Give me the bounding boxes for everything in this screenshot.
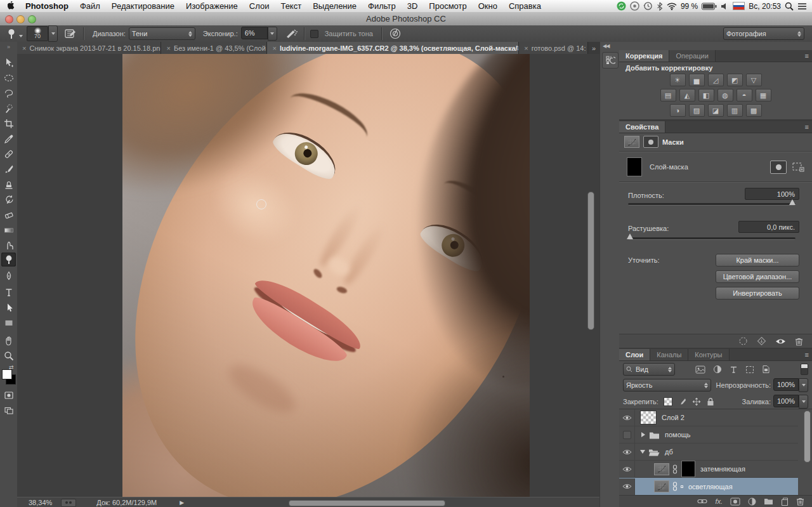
eyedropper-tool[interactable]	[1, 132, 16, 146]
menu-layers[interactable]: Слои	[244, 0, 275, 12]
toolbar-collapse-icon[interactable]: »	[1, 43, 16, 51]
feather-slider[interactable]	[628, 237, 796, 240]
wifi-icon[interactable]	[667, 3, 677, 10]
pixel-mask-icon[interactable]	[643, 136, 658, 148]
filter-toggle-switch[interactable]	[801, 364, 808, 375]
opacity-arrow[interactable]	[799, 378, 808, 392]
new-adjustment-layer-icon[interactable]	[748, 497, 756, 506]
blend-mode-select[interactable]: Яркость	[623, 379, 711, 392]
canvas-area[interactable]	[17, 54, 599, 497]
dodge-tool[interactable]	[1, 253, 16, 267]
layer-row[interactable]: дб	[619, 444, 798, 461]
filter-smart-objects-icon[interactable]	[762, 365, 770, 374]
mask-edge-button[interactable]: Край маски...	[716, 254, 799, 267]
color-lookup-icon[interactable]: ▦	[756, 89, 771, 102]
sync-icon[interactable]	[617, 1, 626, 11]
exposure-value[interactable]: 6%	[241, 27, 268, 39]
visibility-eye-icon[interactable]	[619, 461, 635, 477]
panel-menu-icon[interactable]: ≡	[805, 121, 812, 133]
menu-photoshop[interactable]: Photoshop	[20, 0, 74, 12]
new-group-icon[interactable]	[764, 497, 773, 505]
layer-row[interactable]: помощь	[619, 426, 798, 444]
workspace-select[interactable]: Фотография	[723, 27, 804, 40]
move-tool[interactable]	[1, 56, 16, 70]
tool-preset-picker[interactable]	[4, 27, 19, 40]
visibility-eye-empty[interactable]	[619, 426, 635, 443]
panel-menu-icon[interactable]: ≡	[805, 50, 812, 62]
status-icon[interactable]	[61, 499, 76, 507]
brush-tool[interactable]	[1, 162, 16, 176]
menu-edit[interactable]: Редактирование	[106, 0, 180, 12]
protect-tones-label[interactable]: Защитить тона	[325, 30, 373, 37]
mask-visibility-eye-icon[interactable]	[775, 338, 786, 345]
add-layer-mask-icon[interactable]	[730, 497, 740, 506]
feather-value-box[interactable]: 0,0 пикс.	[738, 221, 799, 233]
shape-tool[interactable]	[1, 316, 16, 330]
mask-link-icon[interactable]	[672, 464, 678, 474]
curves-adjustment-icon[interactable]	[654, 480, 669, 492]
layer-thumbnail[interactable]	[640, 411, 657, 425]
lock-pixels-icon[interactable]	[678, 398, 686, 406]
pen-tool[interactable]	[1, 269, 16, 283]
quick-selection-tool[interactable]	[1, 102, 16, 115]
input-language-flag-ru[interactable]	[733, 2, 745, 10]
document-tab-4[interactable]: × готово.psd @ 14:	[519, 42, 588, 54]
document-tab-3-active[interactable]: × ludivine-morgane-IMG_6357.CR2 @ 38,3% …	[267, 42, 519, 54]
toggle-brush-panel-icon[interactable]	[63, 27, 78, 40]
zoom-level-field[interactable]: 38,34%	[29, 499, 52, 506]
battery-icon[interactable]	[702, 3, 717, 10]
vertical-scrollbar-thumb[interactable]	[587, 192, 594, 330]
protect-tones-checkbox[interactable]	[310, 30, 318, 38]
tool-preset-arrow-icon[interactable]	[19, 35, 23, 37]
clone-stamp-tool[interactable]	[1, 178, 16, 192]
document-tab-2[interactable]: × Без имени-1 @ 43,5% (Слой …	[161, 42, 267, 54]
lock-position-icon[interactable]	[692, 397, 701, 406]
notification-center-icon[interactable]	[797, 3, 807, 10]
layer-row-selected[interactable]: осветляющая	[619, 478, 798, 495]
delete-layer-trash-icon[interactable]	[796, 497, 804, 506]
filter-kind-select[interactable]: Вид	[623, 363, 675, 376]
quick-mask-icon[interactable]	[1, 388, 16, 402]
gradient-tool[interactable]	[1, 223, 16, 237]
filter-pixel-layers-icon[interactable]	[695, 365, 705, 374]
invert-button[interactable]: Инвертировать	[716, 287, 799, 300]
visibility-eye-icon[interactable]	[619, 444, 635, 460]
brightness-contrast-icon[interactable]: ☀	[670, 74, 686, 86]
creative-cloud-icon[interactable]	[630, 1, 639, 11]
menu-file[interactable]: Файл	[74, 0, 106, 12]
path-selection-tool[interactable]	[1, 301, 16, 315]
layer-name[interactable]: дб	[665, 448, 673, 456]
layer-name[interactable]: осветляющая	[688, 483, 733, 491]
gradient-map-icon[interactable]: ▥	[727, 104, 743, 117]
photo-filter-icon[interactable]: ◍	[717, 89, 733, 102]
range-select[interactable]: Тени	[129, 27, 195, 40]
layer-mask-thumbnail[interactable]	[681, 461, 695, 477]
close-icon[interactable]: ×	[166, 44, 170, 52]
link-layers-icon[interactable]	[697, 498, 707, 504]
vertical-scrollbar[interactable]	[587, 54, 593, 497]
fill-value[interactable]: 100%	[773, 395, 799, 407]
color-balance-icon[interactable]: ◭	[679, 89, 695, 102]
collapse-group-icon[interactable]	[640, 450, 645, 454]
spotlight-icon[interactable]	[785, 2, 794, 11]
adjustment-mask-icon[interactable]	[624, 136, 639, 148]
layer-row[interactable]: затемняющая	[619, 461, 798, 478]
select-pixel-mask-icon[interactable]	[770, 161, 787, 174]
menu-image[interactable]: Изображение	[180, 0, 244, 12]
apple-icon[interactable]	[0, 1, 20, 11]
layer-style-fx-icon[interactable]: fx.	[715, 497, 723, 505]
lasso-tool[interactable]	[1, 86, 16, 100]
foreground-color-swatch[interactable]	[2, 369, 12, 379]
menu-select[interactable]: Выделение	[307, 0, 362, 12]
lock-all-icon[interactable]	[707, 397, 714, 406]
status-flyout-arrow[interactable]: ▶	[180, 499, 184, 506]
fill-arrow[interactable]	[799, 395, 808, 409]
expand-panels-button[interactable]: ◀◀	[603, 43, 609, 49]
brush-preset-picker[interactable]: 70	[27, 26, 48, 41]
close-icon[interactable]: ×	[272, 44, 276, 52]
tab-channels[interactable]: Каналы	[650, 349, 688, 360]
exposure-arrow[interactable]	[268, 27, 277, 41]
time-machine-icon[interactable]	[643, 1, 653, 11]
tab-adjustments[interactable]: Коррекция	[619, 50, 669, 62]
photo-document[interactable]	[122, 54, 530, 497]
